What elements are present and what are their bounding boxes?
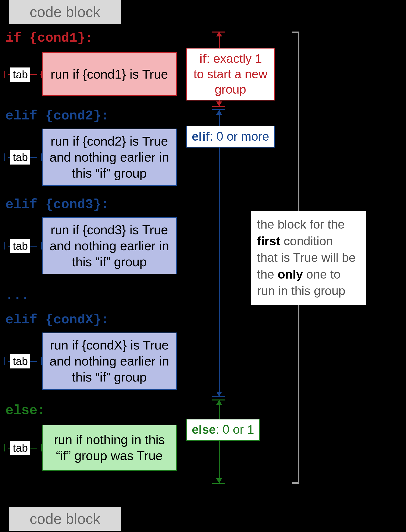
elifX-keyword-line: elif {condX}:	[5, 312, 109, 327]
elif3-keyword: elif	[5, 197, 37, 212]
elifX-cond: {condX}:	[37, 312, 109, 327]
else-l2: “if” group was True	[56, 449, 163, 463]
tab-label-elifX: tab	[10, 354, 30, 368]
overall-only: only	[277, 267, 303, 281]
elif-span-arrow-up	[216, 110, 222, 115]
elif3-l1: run if {cond3} is True	[51, 223, 168, 237]
tab-label-else: tab	[10, 441, 30, 455]
overall-l4-pre: the	[257, 267, 277, 281]
else-span-tick-top	[212, 399, 225, 400]
elif2-run-box: run if {cond2} is True and nothing earli…	[42, 129, 177, 186]
elifX-keyword: elif	[5, 312, 37, 327]
tab-cap-l-else	[4, 444, 5, 451]
if-run-box: run if {cond1} is True	[42, 52, 177, 96]
tab-label-if: tab	[10, 67, 30, 82]
if-span-tick-bot	[212, 106, 225, 107]
elif-side-rest: : 0 or more	[210, 130, 269, 143]
tab-cap-r-elif2	[41, 153, 42, 161]
if-side-label: if: exactly 1 to start a new group	[186, 48, 275, 100]
elifX-l2: and nothing earlier in	[49, 354, 169, 368]
overall-l1: the block for the	[257, 217, 345, 231]
else-span-arrow-up	[216, 400, 222, 405]
ellipsis: ...	[5, 288, 29, 303]
else-keyword: else	[5, 403, 37, 418]
elifX-l3: this “if” group	[72, 370, 146, 384]
tab-cap-l-if	[4, 71, 5, 78]
if-side-l2: to start a new	[194, 67, 267, 81]
elif-span-line	[219, 110, 220, 396]
tab-cap-l-elif3	[4, 242, 5, 249]
elif-span-tick-bot	[212, 396, 225, 397]
elif2-l3: this “if” group	[72, 166, 146, 180]
tab-cap-l-elif2	[4, 153, 5, 161]
tab-cap-r-elifX	[41, 357, 42, 365]
overall-l5: run in this group	[257, 284, 345, 298]
elif2-cond: {cond2}:	[37, 108, 109, 123]
elif2-l2: and nothing earlier in	[49, 150, 169, 164]
codeblock-bottom-label: code block	[9, 507, 121, 531]
if-side-rest: : exactly 1	[207, 52, 262, 66]
tab-cap-r-else	[41, 444, 42, 451]
else-colon: :	[37, 403, 45, 418]
tab-label-elif3: tab	[10, 239, 30, 253]
elif3-run-box: run if {cond3} is True and nothing earli…	[42, 217, 177, 274]
tab-cap-r-if	[41, 71, 42, 78]
if-keyword-line: if {cond1}:	[5, 31, 93, 46]
overall-l2-rest: condition	[280, 234, 333, 248]
tab-cap-l-elifX	[4, 357, 5, 365]
elif2-l1: run if {cond2} is True	[51, 134, 168, 148]
else-side-kw: else	[192, 423, 216, 436]
elif2-keyword-line: elif {cond2}:	[5, 108, 109, 123]
else-run-box: run if nothing in this “if” group was Tr…	[42, 425, 177, 471]
overall-l3: that is True will be	[257, 251, 356, 265]
else-span-arrow-down	[216, 478, 222, 483]
else-side-rest: : 0 or 1	[216, 423, 254, 436]
elif-span-tick-top	[212, 109, 225, 110]
tab-label-elif2: tab	[10, 150, 30, 165]
elif-side-kw: elif	[192, 130, 210, 143]
if-side-kw: if	[199, 52, 207, 66]
overall-first: first	[257, 234, 280, 248]
if-keyword: if	[5, 31, 21, 46]
else-span-line	[219, 400, 220, 483]
elif3-cond: {cond3}:	[37, 197, 109, 212]
if-span-arrow-down	[216, 101, 222, 106]
elif3-l2: and nothing earlier in	[49, 239, 169, 253]
tab-cap-r-elif3	[41, 242, 42, 249]
if-cond: {cond1}:	[21, 31, 93, 46]
elif-span-arrow-down	[216, 392, 222, 397]
elif2-keyword: elif	[5, 108, 37, 123]
else-l1: run if nothing in this	[54, 432, 165, 447]
elif3-keyword-line: elif {cond3}:	[5, 197, 109, 212]
overall-l4-post: one to	[303, 267, 341, 281]
if-span-tick-top	[212, 32, 225, 33]
if-run-text: run if {cond1} is True	[51, 66, 168, 82]
else-side-label: else: 0 or 1	[186, 419, 260, 441]
codeblock-top-label: code block	[9, 0, 121, 24]
overall-explanation: the block for the first condition that i…	[251, 211, 366, 305]
else-span-tick-bot	[212, 483, 225, 484]
elifX-run-box: run if {condX} is True and nothing earli…	[42, 332, 177, 390]
elif-side-label: elif: 0 or more	[186, 126, 275, 148]
elifX-l1: run if {condX} is True	[50, 338, 169, 352]
elif3-l3: this “if” group	[72, 255, 146, 269]
else-keyword-line: else:	[5, 403, 45, 418]
if-side-l3: group	[215, 83, 246, 96]
